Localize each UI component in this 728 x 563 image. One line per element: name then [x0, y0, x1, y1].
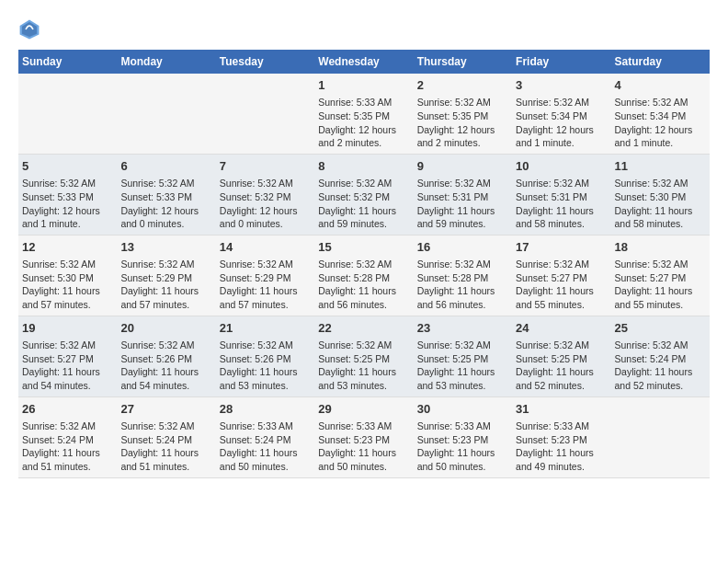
day-number: 1 [318, 77, 409, 94]
day-content: Sunset: 5:23 PM [417, 433, 508, 447]
day-content: Sunset: 5:29 PM [120, 271, 211, 285]
day-content: Sunset: 5:32 PM [220, 190, 311, 204]
day-content: Sunset: 5:30 PM [22, 271, 113, 285]
day-content: Sunset: 5:25 PM [417, 352, 508, 366]
day-content: and 52 minutes. [516, 379, 607, 393]
day-content: Sunrise: 5:33 AM [417, 419, 508, 433]
day-number: 4 [615, 77, 706, 94]
day-content: Sunrise: 5:33 AM [318, 96, 409, 109]
day-content: and 57 minutes. [22, 298, 113, 312]
day-content: Sunset: 5:34 PM [615, 109, 706, 123]
day-content: Sunset: 5:32 PM [318, 190, 409, 204]
column-header-wednesday: Wednesday [314, 50, 413, 74]
day-content: Daylight: 11 hours [417, 204, 508, 218]
day-content: Daylight: 11 hours [516, 365, 607, 379]
day-content: Sunrise: 5:33 AM [516, 419, 607, 433]
day-content: Daylight: 11 hours [417, 284, 508, 298]
calendar-cell: 9Sunrise: 5:32 AMSunset: 5:31 PMDaylight… [414, 154, 512, 235]
day-number: 30 [417, 401, 508, 418]
day-content: Daylight: 11 hours [516, 284, 607, 298]
day-content: Daylight: 11 hours [22, 365, 113, 379]
day-number: 18 [615, 239, 706, 256]
day-content: Sunset: 5:27 PM [615, 271, 706, 285]
day-content: Daylight: 12 hours [220, 204, 311, 218]
calendar-cell: 10Sunrise: 5:32 AMSunset: 5:31 PMDayligh… [512, 154, 610, 235]
day-content: Sunrise: 5:32 AM [417, 339, 508, 352]
days-header-row: SundayMondayTuesdayWednesdayThursdayFrid… [18, 50, 710, 74]
day-number: 5 [22, 158, 113, 175]
day-number: 7 [220, 158, 311, 175]
calendar-cell [117, 74, 215, 154]
calendar-table: SundayMondayTuesdayWednesdayThursdayFrid… [18, 50, 710, 478]
day-content: Sunrise: 5:32 AM [318, 339, 409, 352]
day-content: Sunrise: 5:32 AM [220, 177, 311, 190]
day-content: Sunset: 5:31 PM [417, 190, 508, 204]
day-content: and 50 minutes. [220, 460, 311, 474]
day-number: 20 [120, 320, 211, 337]
day-number: 26 [22, 401, 113, 418]
day-content: Daylight: 11 hours [615, 365, 706, 379]
day-content: Sunrise: 5:32 AM [516, 258, 607, 271]
calendar-cell: 27Sunrise: 5:32 AMSunset: 5:24 PMDayligh… [117, 396, 215, 477]
day-content: Daylight: 11 hours [417, 365, 508, 379]
day-content: Sunset: 5:34 PM [516, 109, 607, 123]
calendar-cell [611, 396, 710, 477]
day-number: 17 [516, 239, 607, 256]
calendar-cell: 6Sunrise: 5:32 AMSunset: 5:33 PMDaylight… [117, 154, 215, 235]
column-header-thursday: Thursday [414, 50, 512, 74]
day-content: Sunrise: 5:32 AM [516, 339, 607, 352]
day-content: Sunrise: 5:32 AM [120, 258, 211, 271]
day-content: and 57 minutes. [220, 298, 311, 312]
day-content: and 0 minutes. [220, 217, 311, 231]
day-content: Sunset: 5:25 PM [516, 352, 607, 366]
day-content: Daylight: 11 hours [318, 204, 409, 218]
day-content: Sunrise: 5:32 AM [615, 258, 706, 271]
calendar-cell: 13Sunrise: 5:32 AMSunset: 5:29 PMDayligh… [117, 235, 215, 316]
day-number: 29 [318, 401, 409, 418]
day-content: Sunrise: 5:32 AM [120, 177, 211, 190]
day-content: Sunrise: 5:32 AM [120, 339, 211, 352]
day-content: Sunset: 5:23 PM [318, 433, 409, 447]
day-content: and 54 minutes. [22, 379, 113, 393]
calendar-cell: 18Sunrise: 5:32 AMSunset: 5:27 PMDayligh… [611, 235, 710, 316]
week-row-3: 12Sunrise: 5:32 AMSunset: 5:30 PMDayligh… [18, 235, 710, 316]
day-number: 23 [417, 320, 508, 337]
calendar-cell: 8Sunrise: 5:32 AMSunset: 5:32 PMDaylight… [314, 154, 413, 235]
day-content: and 59 minutes. [417, 217, 508, 231]
calendar-cell: 11Sunrise: 5:32 AMSunset: 5:30 PMDayligh… [611, 154, 710, 235]
day-content: Sunrise: 5:32 AM [417, 96, 508, 109]
calendar-cell: 7Sunrise: 5:32 AMSunset: 5:32 PMDaylight… [216, 154, 314, 235]
day-number: 25 [615, 320, 706, 337]
day-content: Sunset: 5:27 PM [516, 271, 607, 285]
day-content: and 50 minutes. [417, 460, 508, 474]
calendar-cell: 28Sunrise: 5:33 AMSunset: 5:24 PMDayligh… [216, 396, 314, 477]
calendar-cell: 29Sunrise: 5:33 AMSunset: 5:23 PMDayligh… [314, 396, 413, 477]
day-content: Sunrise: 5:32 AM [220, 258, 311, 271]
day-content: Sunrise: 5:32 AM [120, 419, 211, 433]
day-number: 24 [516, 320, 607, 337]
day-content: Sunrise: 5:32 AM [22, 339, 113, 352]
day-content: Sunrise: 5:32 AM [615, 177, 706, 190]
day-content: Sunset: 5:24 PM [615, 352, 706, 366]
day-content: Daylight: 11 hours [417, 446, 508, 460]
logo [18, 18, 44, 40]
day-content: Sunset: 5:29 PM [220, 271, 311, 285]
day-content: Sunrise: 5:32 AM [318, 258, 409, 271]
day-content: Daylight: 12 hours [615, 123, 706, 137]
day-content: and 58 minutes. [615, 217, 706, 231]
column-header-saturday: Saturday [611, 50, 710, 74]
day-content: and 2 minutes. [417, 136, 508, 150]
day-content: Sunset: 5:26 PM [220, 352, 311, 366]
day-content: Sunset: 5:26 PM [120, 352, 211, 366]
day-content: and 52 minutes. [615, 379, 706, 393]
column-header-tuesday: Tuesday [216, 50, 314, 74]
calendar-cell [18, 74, 117, 154]
day-content: Sunset: 5:28 PM [417, 271, 508, 285]
day-content: Daylight: 11 hours [120, 446, 211, 460]
week-row-1: 1Sunrise: 5:33 AMSunset: 5:35 PMDaylight… [18, 74, 710, 154]
day-number: 2 [417, 77, 508, 94]
day-number: 27 [120, 401, 211, 418]
day-content: Daylight: 11 hours [120, 365, 211, 379]
day-content: Sunrise: 5:32 AM [417, 177, 508, 190]
day-content: Sunset: 5:24 PM [22, 433, 113, 447]
